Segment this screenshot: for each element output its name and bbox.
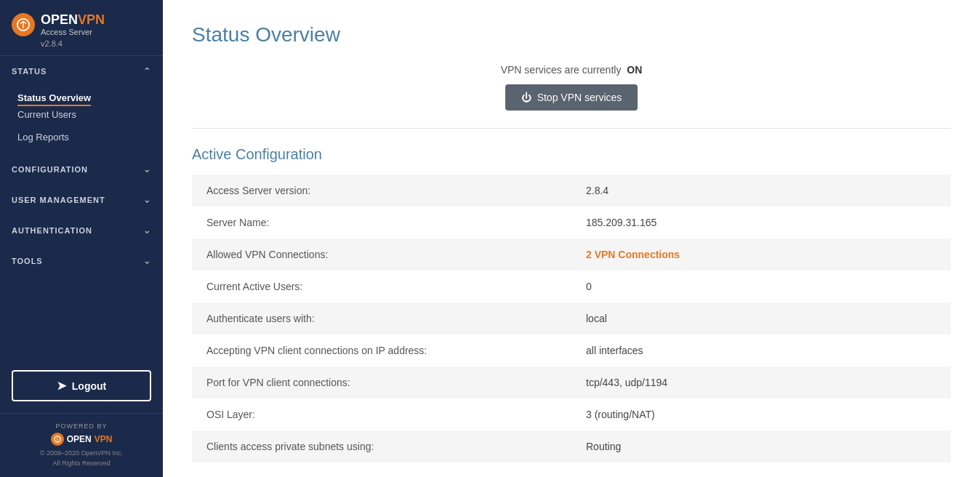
table-row: Clients access private subnets using:Rou… [192,430,951,462]
vpn-status-bar: VPN services are currently ON ⏻ Stop VPN… [192,64,951,111]
sidebar-section-authentication: AUTHENTICATION ⌄ [0,215,163,246]
config-row-value: 3 (routing/NAT) [571,398,951,430]
sidebar-section-authentication-label: AUTHENTICATION [12,226,92,235]
config-row-label: Authenticate users with: [192,302,571,334]
config-row-value: all interfaces [571,334,951,366]
table-row: Accepting VPN client connections on IP a… [192,334,951,366]
footer-openvpn-icon [51,433,64,446]
config-table: Access Server version:2.8.4Server Name:1… [192,175,951,462]
footer-copyright: © 2009–2020 OpenVPN Inc. All Rights Rese… [12,449,151,468]
logout-icon: ➤ [57,379,66,393]
table-row: Server Name:185.209.31.165 [192,207,951,238]
table-row: Allowed VPN Connections:2 VPN Connection… [192,238,951,270]
chevron-down-icon-auth: ⌄ [143,225,151,236]
vpn-status-text: VPN services are currently ON [192,64,951,76]
config-row-label: Port for VPN client connections: [192,366,571,398]
config-row-value: Routing [571,430,951,462]
table-row: Authenticate users with:local [192,302,951,334]
logo-access-server: Access Server [41,28,105,36]
sidebar-section-authentication-header[interactable]: AUTHENTICATION ⌄ [0,215,163,246]
powered-by-label: POWERED BY [12,422,151,430]
chevron-up-icon: ⌃ [143,66,151,76]
sidebar-section-user-management: USER MANAGEMENT ⌄ [0,185,163,215]
sidebar-section-configuration-header[interactable]: CONFIGURATION ⌄ [0,154,163,185]
config-row-label: Current Active Users: [192,270,571,302]
table-row: Access Server version:2.8.4 [192,175,951,207]
sidebar-section-status-label: STATUS [12,67,47,76]
config-row-label: Accepting VPN client connections on IP a… [192,334,571,366]
table-row: OSI Layer:3 (routing/NAT) [192,398,951,430]
sidebar-section-tools: TOOLS ⌄ [0,246,163,276]
active-config-title: Active Configuration [192,146,951,163]
footer-logo: OPENVPN [12,433,151,446]
sidebar-section-status: STATUS ⌃ Status Overview Current Users L… [0,56,163,154]
config-row-value: 2 VPN Connections [571,238,951,270]
config-row-label: Clients access private subnets using: [192,430,571,462]
config-row-value: tcp/443, udp/1194 [571,366,951,398]
page-title: Status Overview [192,23,951,47]
footer-brand-vpn: VPN [95,434,113,444]
table-row: Current Active Users:0 [192,270,951,302]
stop-vpn-label: Stop VPN services [537,92,622,103]
table-row: Port for VPN client connections:tcp/443,… [192,366,951,398]
section-divider [192,128,951,129]
config-row-value: 0 [571,270,951,302]
sidebar-item-status-overview-label: Status Overview [17,92,91,106]
sidebar-status-items: Status Overview Current Users Log Report… [0,87,163,154]
sidebar-section-status-header[interactable]: STATUS ⌃ [0,56,163,87]
sidebar-section-tools-header[interactable]: TOOLS ⌄ [0,246,163,276]
sidebar: OPENVPN Access Server v2.8.4 STATUS ⌃ St… [0,0,163,477]
config-row-label: Allowed VPN Connections: [192,238,571,270]
sidebar-section-configuration-label: CONFIGURATION [12,165,88,174]
openvpn-logo-icon [12,13,35,36]
vpn-status-prefix: VPN services are currently [501,64,622,76]
sidebar-section-configuration: CONFIGURATION ⌄ [0,154,163,185]
logout-section: ➤ Logout [0,358,163,413]
chevron-down-icon-user: ⌄ [143,195,151,205]
footer-copyright-line2: All Rights Reserved [12,459,151,469]
config-row-value: local [571,302,951,334]
sidebar-logo: OPENVPN Access Server v2.8.4 [0,0,163,56]
logout-button[interactable]: ➤ Logout [12,370,151,401]
sidebar-footer: POWERED BY OPENVPN © 2009–2020 OpenVPN I… [0,413,163,477]
config-row-label: OSI Layer: [192,398,571,430]
logo-version: v2.8.4 [41,39,151,48]
vpn-status-on: ON [627,64,642,76]
chevron-down-icon-config: ⌄ [143,164,151,175]
sidebar-section-user-management-label: USER MANAGEMENT [12,196,105,204]
sidebar-item-log-reports[interactable]: Log Reports [0,126,163,148]
sidebar-item-current-users[interactable]: Current Users [0,103,163,126]
logo-text: OPENVPN Access Server [41,13,105,36]
config-row-label: Server Name: [192,207,571,238]
power-icon: ⏻ [521,92,531,103]
sidebar-section-user-management-header[interactable]: USER MANAGEMENT ⌄ [0,185,163,215]
footer-brand-open: OPEN [67,434,92,444]
main-content: Status Overview VPN services are current… [163,0,980,477]
footer-copyright-line1: © 2009–2020 OpenVPN Inc. [12,449,151,459]
sidebar-section-tools-label: TOOLS [12,257,43,265]
stop-vpn-button[interactable]: ⏻ Stop VPN services [505,84,638,111]
sidebar-item-status-overview[interactable]: Status Overview [0,87,163,103]
logo-open: OPEN [41,12,78,27]
config-row-value: 185.209.31.165 [571,207,951,238]
logout-label: Logout [72,380,106,392]
logo-vpn: VPN [78,12,105,27]
chevron-down-icon-tools: ⌄ [143,256,151,266]
config-row-value: 2.8.4 [571,175,951,207]
config-row-label: Access Server version: [192,175,571,207]
